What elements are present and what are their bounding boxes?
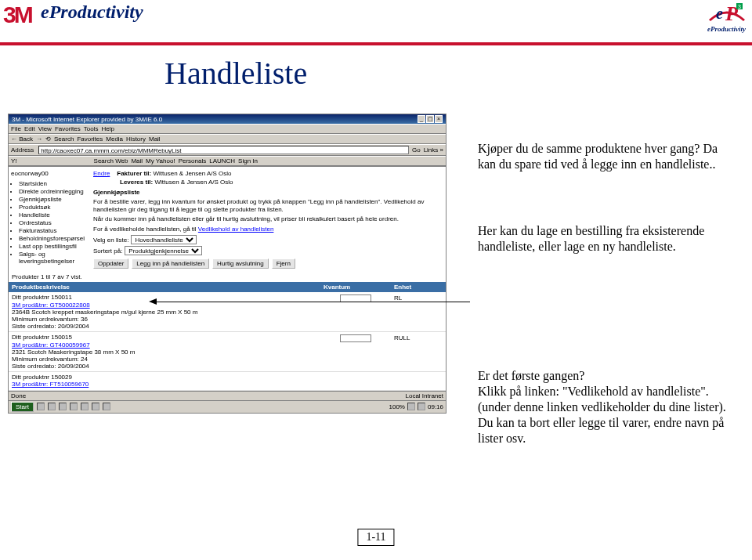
legg-inn-button[interactable]: Legg inn på handlelisten	[132, 258, 209, 269]
maximize-button[interactable]: ▢	[426, 115, 434, 123]
kvantum-input[interactable]	[340, 334, 371, 342]
yahoo-logo-icon[interactable]: Y!	[11, 157, 17, 164]
product-list: Ditt produktnr 150011 3M prod&tnr: GT500…	[9, 292, 446, 390]
prod-link[interactable]: 3M prod&tnr: GT400059967	[12, 341, 90, 349]
endre-link[interactable]: Endre	[93, 170, 110, 177]
fjern-button[interactable]: Fjern	[272, 258, 295, 269]
prod-link[interactable]: 3M prod&tnr: FT510059670	[12, 381, 89, 388]
arrow-head-icon	[149, 298, 157, 305]
taskbar: Start 100% 09:16	[9, 400, 446, 413]
go-button[interactable]: Go	[412, 146, 421, 154]
toolbar[interactable]: ← Back → ⟲ Search Favorites Media Histor…	[9, 134, 446, 144]
hurtig-button[interactable]: Hurtig avslutning	[212, 258, 269, 269]
tray-icon[interactable]	[418, 403, 425, 410]
col-produktbeskrivelse: Produktbeskrivelse	[9, 282, 320, 292]
favorites-button[interactable]: Favorites	[77, 135, 103, 143]
taskbar-icon[interactable]	[103, 403, 110, 410]
zoom-level: 100%	[389, 403, 405, 410]
annotation-3: Er det første gangen? Klikk på linken: "…	[478, 368, 728, 446]
intro-para-3: For å vedlikeholde handlelisten, gå til …	[93, 226, 443, 233]
ep-logo: e P 3 eProductivity	[707, 2, 746, 33]
menu-help[interactable]: Help	[101, 125, 114, 132]
prod-min: Minimum ordrekvantum: 36	[12, 316, 317, 323]
sidebar-item[interactable]: Startsiden	[19, 180, 88, 187]
forward-button[interactable]: →	[36, 135, 42, 143]
sidebar-item[interactable]: Fakturastatus	[19, 227, 88, 234]
clock: 09:16	[428, 403, 443, 410]
unit-value: RULL	[391, 332, 446, 371]
menu-file[interactable]: File	[11, 125, 21, 132]
yahoo-mail[interactable]: Mail	[131, 157, 143, 164]
tray-icon[interactable]	[407, 403, 415, 410]
taskbar-icon[interactable]	[81, 403, 89, 410]
media-button[interactable]: Media	[106, 135, 123, 143]
menu-tools[interactable]: Tools	[84, 125, 99, 132]
url-field[interactable]: http://caoxec07.ca.mmm.com/ebiz/MMMRebuy…	[38, 146, 409, 154]
sortert-label: Sortert på:	[93, 247, 122, 255]
yahoo-myyahoo[interactable]: My Yahoo!	[146, 157, 175, 164]
fakturer-label: Fakturer til:	[117, 170, 151, 177]
prod-number: Ditt produktnr 150029	[12, 374, 317, 381]
yahoo-signin[interactable]: Sign In	[238, 157, 258, 164]
sidebar-item[interactable]: Handleliste	[19, 211, 88, 219]
list-title: Gjennkjøpsliste	[93, 189, 140, 196]
page-content: eocnorway00 Startsiden Direkte ordreinnl…	[9, 166, 446, 272]
menu-view[interactable]: View	[38, 125, 52, 132]
table-header: Produktbeskrivelse Kvantum Enhet	[9, 282, 446, 292]
prod-min: Minimum ordrekvantum: 24	[12, 356, 317, 363]
taskbar-icon[interactable]	[37, 403, 45, 410]
window-title: 3M - Microsoft Internet Explorer provide…	[12, 116, 417, 123]
fakturer-value: Wittusen & Jensen A/S Oslo	[154, 170, 232, 177]
yahoo-launch[interactable]: LAUNCH	[209, 157, 235, 164]
back-button[interactable]: ← Back	[11, 135, 33, 143]
taskbar-icon[interactable]	[59, 403, 67, 410]
vedlikehold-link[interactable]: Vedlikehold av handlelisten	[198, 226, 274, 233]
sidebar-item[interactable]: Ordrestatus	[19, 219, 88, 226]
product-row: Ditt produktnr 150029 3M prod&tnr: FT510…	[9, 372, 446, 390]
sidebar-item[interactable]: Salgs- og leveringsbetingelser	[19, 251, 88, 265]
yahoo-personals[interactable]: Personals	[179, 157, 207, 164]
prod-date: Siste ordredato: 20/09/2004	[12, 323, 317, 330]
menubar[interactable]: File Edit View Favorites Tools Help	[9, 124, 446, 134]
sidebar-nav: Startsiden Direkte ordreinnlegging Gjenn…	[11, 180, 88, 265]
col-kvantum: Kvantum	[320, 282, 391, 292]
close-button[interactable]: ×	[435, 115, 443, 123]
taskbar-icon[interactable]	[70, 403, 78, 410]
yahoo-searchweb[interactable]: Search Web	[94, 157, 128, 164]
arrow-line	[153, 302, 470, 302]
history-button[interactable]: History	[126, 135, 146, 143]
intro-para-3-text: For å vedlikeholde handlelisten, gå til	[93, 226, 198, 233]
svg-text:3: 3	[738, 4, 741, 9]
leveres-label: Leveres til:	[120, 179, 153, 186]
address-bar[interactable]: Address http://caoxec07.ca.mmm.com/ebiz/…	[9, 144, 446, 156]
sidebar-item[interactable]: Produktsøk	[19, 204, 88, 211]
links-label[interactable]: Links »	[424, 146, 443, 154]
mail-button[interactable]: Mail	[149, 135, 161, 143]
minimize-button[interactable]: _	[418, 115, 425, 123]
sidebar-item[interactable]: Beholdningsforespørsel	[19, 235, 88, 242]
yahoo-toolbar[interactable]: Y! Search Web Mail My Yahoo! Personals L…	[9, 156, 446, 166]
taskbar-icon[interactable]	[92, 403, 99, 410]
start-button[interactable]: Start	[11, 402, 34, 412]
menu-favorites[interactable]: Favorites	[55, 125, 81, 132]
sidebar-item[interactable]: Last opp bestillingsfil	[19, 243, 88, 250]
prod-number: Ditt produktnr 150011	[12, 294, 317, 301]
sortert-select[interactable]: Produktgjenkjennelse	[125, 246, 202, 255]
velg-liste-label: Velg en liste:	[93, 237, 128, 244]
sidebar-item[interactable]: Gjennkjøpsliste	[19, 196, 88, 203]
product-count: Produkter 1 til 7 av 7 vist.	[9, 272, 446, 282]
velg-liste-select[interactable]: Hovedhandleliste	[131, 235, 197, 244]
product-row: Ditt produktnr 150015 3M prod&tnr: GT400…	[9, 332, 446, 372]
prod-link[interactable]: 3M prod&tnr: GT500022808	[12, 302, 90, 309]
refresh-button[interactable]: ⟲	[45, 135, 51, 143]
sidebar: eocnorway00 Startsiden Direkte ordreinnl…	[9, 167, 90, 272]
search-button[interactable]: Search	[54, 135, 74, 143]
menu-edit[interactable]: Edit	[24, 125, 35, 132]
annotation-1: Kjøper du de samme produktene hver gang?…	[478, 141, 728, 172]
button-row: Oppdater Legg inn på handlelisten Hurtig…	[93, 258, 443, 269]
sidebar-item[interactable]: Direkte ordreinnlegging	[19, 188, 88, 195]
ep-logo-subtext: eProductivity	[707, 25, 746, 33]
prod-desc: 2364B Scotch kreppet maskeringstape m/gu…	[12, 309, 317, 316]
taskbar-icon[interactable]	[48, 403, 56, 410]
oppdater-button[interactable]: Oppdater	[93, 258, 128, 269]
